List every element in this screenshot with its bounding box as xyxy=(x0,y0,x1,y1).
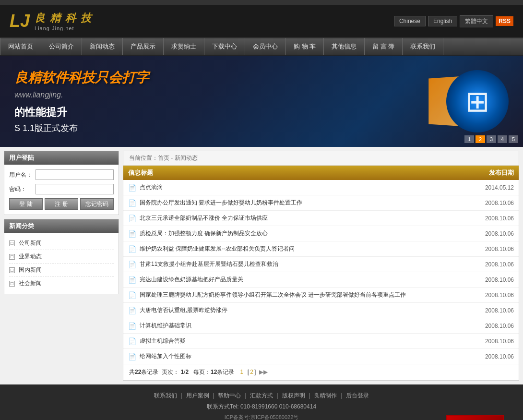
news-link[interactable]: 完达山建设绿色奶源基地把好产品质量关 xyxy=(140,276,466,284)
page-2-link[interactable]: 2 xyxy=(250,369,253,375)
username-input[interactable] xyxy=(36,169,114,180)
table-header-title: 信息标题 xyxy=(128,168,456,177)
nav-other[interactable]: 其他信息 xyxy=(324,38,365,55)
per-page: 12 xyxy=(211,369,217,375)
banner-dot-3[interactable]: 3 xyxy=(487,135,496,143)
cat-national-news[interactable]: □ 国内新闻 xyxy=(9,264,114,277)
login-button[interactable]: 登 陆 xyxy=(9,198,43,210)
next-page-arrow[interactable]: ▶▶ xyxy=(259,369,268,375)
document-icon: 📄 xyxy=(128,307,136,314)
footer: 联系我们 ｜ 用户案例 ｜ 帮助中心 ｜ 汇款方式 ｜ 版权声明 ｜ 良精制作 … xyxy=(0,384,523,420)
news-link[interactable]: 甘肃11支救援小组奔赴基层开展暨结石婴儿检查和救治 xyxy=(140,260,466,268)
document-icon: 📄 xyxy=(128,291,136,299)
nav-members[interactable]: 会员中心 xyxy=(245,38,286,55)
banner-dot-1[interactable]: 1 xyxy=(464,135,474,143)
windows-icon: ⊞ xyxy=(465,84,489,118)
cat-company-news[interactable]: □ 公司新闻 xyxy=(9,237,114,250)
news-date: 2008.10.06 xyxy=(466,230,514,237)
table-row: 📄 点点滴滴 2014.05.12 xyxy=(123,180,519,195)
news-date: 2008.10.06 xyxy=(466,307,514,314)
cat-social-label: 社会新闻 xyxy=(19,279,42,288)
news-link[interactable]: 国务院办公厅发出通知 要求进一步做好婴幼儿奶粉事件处置工作 xyxy=(140,199,466,207)
nav-guestbook[interactable]: 留 言 簿 xyxy=(365,38,403,55)
username-label: 用户名： xyxy=(9,171,36,179)
total-pages: 2 xyxy=(185,369,189,375)
footer-link-copyright[interactable]: 版权声明 xyxy=(282,392,305,399)
document-icon: 📄 xyxy=(128,184,136,192)
breadcrumb: 当前位置：首页 - 新闻动态 xyxy=(123,151,519,166)
footer-link-about[interactable]: 良精制作 xyxy=(314,392,337,399)
document-icon: 📄 xyxy=(128,261,136,268)
chinese-lang-button[interactable]: Chinese xyxy=(394,16,426,26)
news-table: 信息标题 发布日期 📄 点点滴滴 2014.05.12 📄 国务院办公厅发出通知… xyxy=(123,166,519,380)
banner-dot-2[interactable]: 2 xyxy=(475,135,485,143)
table-row: 📄 北京三元承诺全部奶制品不涨价 全力保证市场供应 2008.10.06 xyxy=(123,211,519,226)
footer-link-contact[interactable]: 联系我们 xyxy=(154,392,177,399)
news-link[interactable]: 给网站加入个性图标 xyxy=(140,352,466,360)
banner-right: ⊞ xyxy=(341,56,523,147)
nav-download[interactable]: 下载中心 xyxy=(204,38,245,55)
language-bar: Chinese English 繁體中文 RSS xyxy=(394,15,513,27)
traditional-lang-button[interactable]: 繁體中文 xyxy=(460,15,493,27)
banner-subtitle: 的性能提升 xyxy=(14,105,326,120)
news-link[interactable]: 虚拟主机综合答疑 xyxy=(140,337,466,345)
news-link[interactable]: 计算机维护基础常识 xyxy=(140,322,466,330)
news-link[interactable]: 维护奶农利益 保障奶业健康发展--农业部相关负责人答记者问 xyxy=(140,245,466,253)
banner-version: S 1.1版正式发布 xyxy=(14,122,326,134)
news-date: 2014.05.12 xyxy=(466,184,514,191)
checkbox-icon: □ xyxy=(9,254,15,260)
table-header-date: 发布日期 xyxy=(456,168,514,177)
news-link[interactable]: 大唐电信否认重组,股票昨逆势涨停 xyxy=(140,306,466,314)
table-row: 📄 虚拟主机综合答疑 2008.10.06 xyxy=(123,334,519,349)
news-date: 2008.10.06 xyxy=(466,261,514,268)
login-title: 用户登陆 xyxy=(4,151,119,165)
register-button[interactable]: 注 册 xyxy=(45,198,78,210)
cat-social-news[interactable]: □ 社会新闻 xyxy=(9,277,114,290)
document-icon: 📄 xyxy=(128,199,136,207)
news-categories: 新闻分类 □ 公司新闻 □ 业界动态 □ 国内新闻 □ 社会新闻 xyxy=(4,219,119,294)
nav-cart[interactable]: 购 物 车 xyxy=(286,38,324,55)
forgot-password-button[interactable]: 忘记密码 xyxy=(80,198,114,210)
nav-home[interactable]: 网站首页 xyxy=(0,38,41,55)
current-page-display: 1 xyxy=(180,369,184,375)
footer-link-admin[interactable]: 后台登录 xyxy=(346,392,369,399)
news-link[interactable]: 质检总局：加强整顿力度 确保新产奶制品安全放心 xyxy=(140,229,466,238)
page-1-link[interactable]: 1 xyxy=(240,369,243,375)
banner: 良精软件科技只会打字 www.liangjing. 的性能提升 S 1.1版正式… xyxy=(0,56,523,147)
banner-dot-4[interactable]: 4 xyxy=(498,135,507,143)
news-date: 2008.10.06 xyxy=(466,292,514,299)
table-row: 📄 国务院办公厅发出通知 要求进一步做好婴幼儿奶粉事件处置工作 2008.10.… xyxy=(123,195,519,211)
news-link[interactable]: 点点滴滴 xyxy=(140,183,466,192)
checkbox-icon: □ xyxy=(9,240,15,246)
sidebar: 用户登陆 用户名： 密码： 登 陆 注 册 忘记密码 新闻分类 xyxy=(4,151,119,381)
footer-link-payment[interactable]: 汇款方式 xyxy=(250,392,273,399)
main-navigation: 网站首页 公司简介 新闻动态 产品展示 求贤纳士 下载中心 会员中心 购 物 车… xyxy=(0,38,523,56)
login-body: 用户名： 密码： 登 陆 注 册 忘记密码 xyxy=(4,165,119,215)
logo: LJ 良 精 科 技 Liang Jing.net xyxy=(10,11,92,31)
footer-link-help[interactable]: 帮助中心 xyxy=(218,392,241,399)
cat-industry-label: 业界动态 xyxy=(19,252,42,261)
news-date: 2008.10.06 xyxy=(466,276,514,283)
table-row: 📄 完达山建设绿色奶源基地把好产品质量关 2008.10.06 xyxy=(123,272,519,288)
news-cat-title: 新闻分类 xyxy=(4,219,119,233)
password-input[interactable] xyxy=(36,184,114,194)
news-date: 2008.10.06 xyxy=(466,323,514,329)
nav-recruit[interactable]: 求贤纳士 xyxy=(164,38,204,55)
table-row: 📄 国家处理三鹿牌婴幼儿配方奶粉事件领导小组召开第二次全体会议 进一步研究部署做… xyxy=(123,288,519,303)
nav-news[interactable]: 新闻动态 xyxy=(82,38,123,55)
news-link[interactable]: 国家处理三鹿牌婴幼儿配方奶粉事件领导小组召开第二次全体会议 进一步研究部署做好当… xyxy=(140,291,466,299)
nav-contact[interactable]: 联系我们 xyxy=(403,38,443,55)
footer-icp: ICP备案号:京ICP备05080022号 xyxy=(10,414,513,420)
nav-about[interactable]: 公司简介 xyxy=(41,38,82,55)
table-header: 信息标题 发布日期 xyxy=(123,166,519,180)
checkbox-icon: □ xyxy=(9,281,15,287)
content-area: 当前位置：首页 - 新闻动态 信息标题 发布日期 📄 点点滴滴 2014.05.… xyxy=(123,151,519,381)
asp300-badge: ASP300 源码 xyxy=(446,415,504,420)
english-lang-button[interactable]: English xyxy=(428,16,457,26)
cat-industry-news[interactable]: □ 业界动态 xyxy=(9,250,114,264)
banner-dot-5[interactable]: 5 xyxy=(509,135,518,143)
rss-button[interactable]: RSS xyxy=(496,16,513,26)
footer-link-cases[interactable]: 用户案例 xyxy=(186,392,209,399)
news-link[interactable]: 北京三元承诺全部奶制品不涨价 全力保证市场供应 xyxy=(140,214,466,222)
nav-products[interactable]: 产品展示 xyxy=(123,38,164,55)
